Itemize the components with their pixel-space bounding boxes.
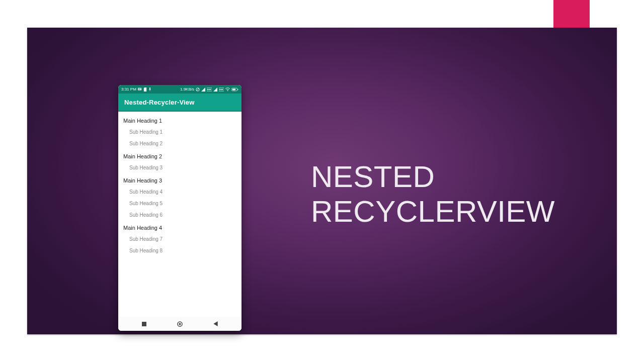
svg-rect-4	[149, 90, 150, 91]
list-item[interactable]: Main Heading 3	[118, 173, 242, 186]
svg-rect-14	[222, 88, 222, 90]
recycler-list[interactable]: Main Heading 1 Sub Heading 1 Sub Heading…	[118, 112, 242, 317]
svg-rect-0	[138, 87, 141, 90]
status-bar: 3:31 PM 1.9KB/s	[118, 85, 242, 94]
svg-rect-3	[149, 87, 150, 90]
list-item[interactable]: Sub Heading 1	[118, 126, 242, 138]
list-item[interactable]: Sub Heading 4	[118, 186, 242, 198]
android-nav-bar	[118, 317, 242, 331]
slide-background: 3:31 PM 1.9KB/s Nested-Recycler-View Mai…	[27, 28, 617, 334]
svg-line-6	[197, 88, 199, 90]
svg-point-21	[179, 323, 181, 325]
list-item[interactable]: Main Heading 2	[118, 149, 242, 162]
list-item[interactable]: Sub Heading 5	[118, 198, 242, 209]
svg-rect-2	[138, 89, 140, 89]
dnd-icon	[196, 87, 200, 92]
list-item[interactable]: Sub Heading 8	[118, 245, 242, 256]
svg-rect-9	[209, 88, 209, 90]
signal-1-icon	[201, 87, 205, 92]
svg-rect-18	[232, 88, 235, 90]
volte-icon	[207, 87, 212, 92]
list-item[interactable]: Sub Heading 7	[118, 233, 242, 245]
svg-rect-12	[219, 88, 220, 90]
sd-card-icon	[143, 87, 147, 92]
home-button[interactable]	[170, 319, 190, 329]
title-line-2: RECYCLERVIEW	[311, 194, 555, 229]
svg-rect-1	[138, 88, 141, 89]
svg-rect-8	[207, 88, 208, 90]
list-item[interactable]: Sub Heading 3	[118, 162, 242, 173]
circle-icon	[177, 321, 183, 327]
recents-button[interactable]	[134, 319, 154, 329]
mic-icon	[148, 87, 151, 92]
title-line-1: NESTED	[311, 159, 555, 194]
app-bar: Nested-Recycler-View	[118, 94, 242, 111]
wifi-icon	[225, 87, 230, 92]
list-item[interactable]: Main Heading 1	[118, 114, 242, 126]
svg-rect-10	[210, 88, 210, 90]
app-title: Nested-Recycler-View	[124, 99, 195, 106]
battery-icon	[231, 87, 238, 92]
volte-2-icon	[219, 87, 224, 92]
signal-2-icon	[213, 87, 217, 92]
phone-mockup: 3:31 PM 1.9KB/s Nested-Recycler-View Mai…	[118, 85, 242, 331]
triangle-left-icon	[213, 321, 218, 326]
list-item[interactable]: Main Heading 4	[118, 221, 242, 233]
svg-rect-19	[142, 322, 146, 326]
svg-point-15	[227, 90, 228, 91]
status-time: 3:31 PM	[121, 87, 136, 92]
list-item[interactable]: Sub Heading 2	[118, 138, 242, 149]
message-icon	[138, 87, 142, 92]
list-item[interactable]: Sub Heading 6	[118, 209, 242, 221]
slide-title: NESTED RECYCLERVIEW	[311, 159, 555, 229]
back-button[interactable]	[206, 319, 226, 329]
square-icon	[142, 322, 146, 326]
svg-rect-17	[237, 88, 238, 89]
svg-rect-13	[221, 88, 221, 90]
status-net-speed: 1.9KB/s	[180, 87, 194, 92]
